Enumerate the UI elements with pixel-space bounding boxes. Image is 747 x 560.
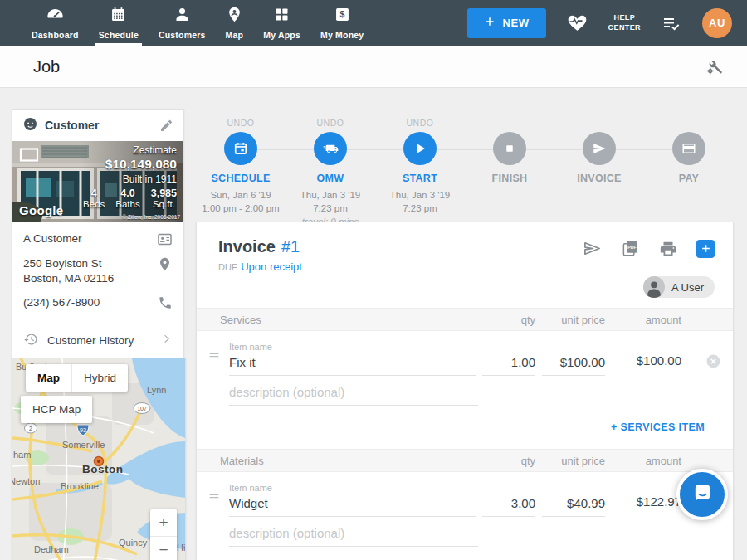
price-column-header: unit price xyxy=(542,314,605,326)
invoice-actions: PDF xyxy=(583,239,715,258)
chat-launcher-button[interactable] xyxy=(676,469,728,520)
nav-label: Map xyxy=(226,30,244,40)
qty-column-header: qty xyxy=(482,455,535,467)
customer-face-icon xyxy=(22,116,38,135)
add-services-item-link[interactable]: + SERVICES ITEM xyxy=(611,421,705,433)
nav-item-my-apps[interactable]: My Apps xyxy=(253,0,310,46)
material-description-input[interactable] xyxy=(229,523,478,547)
item-name-label: Item name xyxy=(229,342,476,352)
job-progress-timeline: UNDO SCHEDULE Sun, Jan 6 '191:00 pm - 2:… xyxy=(196,118,734,222)
undo-link[interactable]: UNDO xyxy=(317,118,344,128)
service-item-row: Item name $100.00 xyxy=(197,331,733,376)
service-amount: $100.00 xyxy=(612,353,681,376)
invoice-number[interactable]: #1 xyxy=(281,237,300,256)
nav-item-my-money[interactable]: $ My Money xyxy=(310,0,374,46)
new-button[interactable]: NEW xyxy=(467,8,545,38)
add-invoice-item-button[interactable] xyxy=(696,240,715,258)
contact-card-icon[interactable] xyxy=(157,231,173,247)
zillow-copyright: © Zillow, Inc. 2006-2017 xyxy=(122,214,180,220)
zestimate-overlay: Zestimate $10,149,080 Built in 1911 4Bed… xyxy=(83,144,177,209)
map-label-somerville: Somerville xyxy=(62,440,105,450)
undo-link[interactable]: UNDO xyxy=(227,118,255,128)
invoice-step-button[interactable] xyxy=(583,132,616,165)
zoom-out-button[interactable]: − xyxy=(150,536,177,560)
property-stats: 4Beds 4.0Baths 3,985Sq.ft. xyxy=(83,187,177,209)
job-location-pin[interactable] xyxy=(95,457,104,466)
step-label: FINISH xyxy=(492,173,528,184)
drag-handle-icon[interactable] xyxy=(208,348,229,376)
new-button-label: NEW xyxy=(502,17,529,29)
due-value-link[interactable]: Upon receipt xyxy=(241,261,302,273)
customer-card-header: Customer xyxy=(12,110,183,141)
map-type-map-button[interactable]: Map xyxy=(26,364,71,392)
step-label: PAY xyxy=(679,173,700,184)
location-pin-icon[interactable] xyxy=(157,256,173,272)
checklist-icon[interactable] xyxy=(662,13,681,33)
timeline-step-omw: UNDO OMW Thu, Jan 3 '197:23 pmtravel: 0 … xyxy=(286,118,375,228)
nav-item-customers[interactable]: Customers xyxy=(149,0,216,46)
health-heart-icon[interactable] xyxy=(567,12,588,33)
property-photo[interactable]: Zestimate $10,149,080 Built in 1911 4Bed… xyxy=(12,141,183,222)
page-title: Job xyxy=(33,57,60,76)
job-tools-icon[interactable] xyxy=(705,57,724,76)
nav-label: Dashboard xyxy=(32,30,79,40)
material-qty-input[interactable] xyxy=(482,494,535,517)
help-line1: HELP xyxy=(608,13,641,23)
drag-handle-icon[interactable] xyxy=(208,489,229,517)
step-label: OMW xyxy=(317,173,344,184)
nav-item-schedule[interactable]: Schedule xyxy=(89,0,149,46)
customer-address: 250 Boylston StBoston, MA 02116 xyxy=(23,256,157,286)
send-invoice-icon[interactable] xyxy=(583,239,602,258)
user-avatar[interactable]: AU xyxy=(702,8,732,38)
material-item-name-input[interactable] xyxy=(229,494,476,517)
map-zoom-control: + − xyxy=(150,509,177,560)
edit-pencil-icon[interactable] xyxy=(159,119,173,133)
nav-label: My Apps xyxy=(263,30,300,40)
route-badge-2: 2 xyxy=(29,426,32,431)
sqft-label: Sq.ft. xyxy=(151,199,177,209)
page-header: Job xyxy=(0,46,747,88)
material-amount: $122.97 xyxy=(612,494,681,517)
customer-history-row[interactable]: Customer History xyxy=(12,324,183,358)
material-unit-price-input[interactable] xyxy=(542,494,605,517)
service-qty-input[interactable] xyxy=(482,353,535,376)
map-label-brookline: Brookline xyxy=(61,481,99,491)
service-description-input[interactable] xyxy=(229,382,478,406)
omw-step-button[interactable] xyxy=(314,132,347,165)
undo-link[interactable]: UNDO xyxy=(407,118,434,128)
top-navbar: Dashboard Schedule Customers Map My Apps… xyxy=(0,0,747,46)
start-step-button[interactable] xyxy=(403,132,437,165)
map-type-hybrid-button[interactable]: Hybrid xyxy=(71,364,128,392)
services-section-header: Services qty unit price amount xyxy=(197,308,733,331)
service-description-row xyxy=(197,376,733,406)
nav-item-map[interactable]: Map xyxy=(216,0,254,46)
pay-step-button[interactable] xyxy=(672,132,706,165)
phone-icon[interactable] xyxy=(158,295,173,310)
money-icon: $ xyxy=(334,6,351,27)
beds-label: Beds xyxy=(83,199,105,209)
customer-card-title: Customer xyxy=(45,119,153,132)
assigned-user-chip[interactable]: A User xyxy=(643,276,715,298)
service-unit-price-input[interactable] xyxy=(542,353,605,376)
remove-item-icon[interactable] xyxy=(706,353,721,369)
customer-info: A Customer 250 Boylston StBoston, MA 021… xyxy=(12,222,183,324)
map-label-lynn: Lynn xyxy=(147,385,166,395)
map-label-waltham: ham xyxy=(13,450,31,460)
print-icon[interactable] xyxy=(659,240,677,258)
help-center-link[interactable]: HELP CENTER xyxy=(608,13,641,32)
interstate-badge-93: 93 xyxy=(80,427,86,433)
service-item-name-input[interactable] xyxy=(229,353,476,376)
customer-phone: (234) 567-8900 xyxy=(23,295,158,310)
zoom-in-button[interactable]: + xyxy=(150,509,177,536)
hcp-map-button[interactable]: HCP Map xyxy=(21,396,92,423)
map-label-quincy: Quincy xyxy=(119,538,148,548)
invoice-title: Invoice xyxy=(218,237,276,256)
pdf-icon[interactable]: PDF xyxy=(621,239,640,258)
customer-history-label: Customer History xyxy=(47,334,151,347)
zestimate-value: $10,149,080 xyxy=(83,157,177,172)
map-label-hingham: Hi xyxy=(177,543,185,553)
nav-item-dashboard[interactable]: Dashboard xyxy=(22,0,89,46)
schedule-step-button[interactable] xyxy=(224,132,257,165)
streetview-frame-icon[interactable] xyxy=(19,147,39,166)
finish-step-button[interactable] xyxy=(493,132,526,165)
